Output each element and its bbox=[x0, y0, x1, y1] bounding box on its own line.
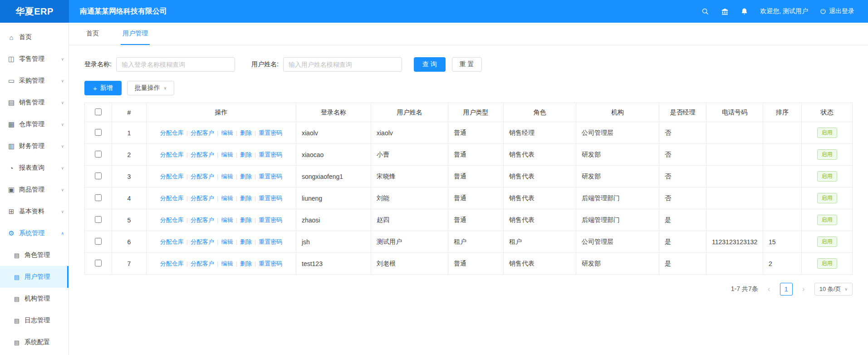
select-all-checkbox[interactable] bbox=[95, 108, 102, 115]
tab-home[interactable]: 首页 bbox=[84, 23, 101, 45]
chevron-down-icon: ∨ bbox=[61, 57, 64, 61]
search-icon[interactable] bbox=[701, 8, 709, 15]
edit-link[interactable]: 编辑 bbox=[221, 238, 233, 245]
sidebar-item-goods[interactable]: ▣商品管理∨ bbox=[0, 179, 69, 201]
pagination-prev-button[interactable]: ‹ bbox=[763, 283, 775, 296]
action-separator: | bbox=[236, 260, 237, 267]
assign-customer-link[interactable]: 分配客户 bbox=[191, 173, 214, 180]
row-checkbox[interactable] bbox=[95, 260, 102, 266]
sidebar-subitem-log[interactable]: ▤日志管理 bbox=[0, 310, 69, 331]
assign-warehouse-link[interactable]: 分配仓库 bbox=[160, 151, 184, 158]
edit-link[interactable]: 编辑 bbox=[221, 260, 233, 267]
organization-icon[interactable] bbox=[721, 8, 729, 15]
sidebar-subitem-config[interactable]: ▤系统配置 bbox=[0, 331, 69, 353]
assign-customer-link[interactable]: 分配客户 bbox=[191, 260, 214, 267]
reset-password-link[interactable]: 重置密码 bbox=[259, 238, 282, 245]
delete-link[interactable]: 删除 bbox=[240, 173, 252, 180]
cell-phone bbox=[706, 209, 763, 231]
sidebar-item-system[interactable]: ⚙系统管理∧ bbox=[0, 222, 69, 244]
edit-link[interactable]: 编辑 bbox=[221, 173, 233, 180]
row-number: 6 bbox=[112, 231, 147, 253]
column-header: 排序 bbox=[763, 103, 802, 122]
assign-customer-link[interactable]: 分配客户 bbox=[191, 129, 214, 136]
assign-customer-link[interactable]: 分配客户 bbox=[191, 195, 214, 202]
reset-password-link[interactable]: 重置密码 bbox=[259, 217, 282, 223]
assign-customer-link[interactable]: 分配客户 bbox=[191, 217, 214, 223]
batch-actions-button[interactable]: 批量操作 ∨ bbox=[127, 81, 175, 95]
action-separator: | bbox=[186, 260, 188, 267]
sidebar-item-report[interactable]: ◔报表查询∨ bbox=[0, 157, 69, 179]
action-separator: | bbox=[236, 129, 237, 136]
pagination-next-button[interactable]: › bbox=[797, 283, 810, 296]
delete-link[interactable]: 删除 bbox=[240, 260, 252, 267]
assign-customer-link[interactable]: 分配客户 bbox=[191, 151, 214, 158]
assign-warehouse-link[interactable]: 分配仓库 bbox=[160, 173, 184, 180]
chevron-down-icon: ∨ bbox=[844, 287, 848, 291]
query-button[interactable]: 查 询 bbox=[414, 57, 446, 72]
delete-link[interactable]: 删除 bbox=[240, 238, 252, 245]
edit-link[interactable]: 编辑 bbox=[221, 195, 233, 202]
row-actions: 分配仓库|分配客户|编辑|删除|重置密码 bbox=[147, 166, 296, 187]
delete-link[interactable]: 删除 bbox=[240, 151, 252, 158]
assign-customer-link[interactable]: 分配客户 bbox=[191, 238, 214, 245]
sidebar-subitem-org[interactable]: ▤机构管理 bbox=[0, 288, 69, 310]
edit-link[interactable]: 编辑 bbox=[221, 129, 233, 136]
sidebar-item-warehouse[interactable]: ▦仓库管理∨ bbox=[0, 113, 69, 135]
reset-password-link[interactable]: 重置密码 bbox=[259, 129, 282, 136]
assign-warehouse-link[interactable]: 分配仓库 bbox=[160, 260, 184, 267]
assign-warehouse-link[interactable]: 分配仓库 bbox=[160, 238, 184, 245]
reset-button[interactable]: 重 置 bbox=[452, 57, 482, 72]
pagination-page-1[interactable]: 1 bbox=[780, 283, 793, 296]
status-badge[interactable]: 启用 bbox=[817, 128, 837, 138]
delete-link[interactable]: 删除 bbox=[240, 129, 252, 136]
cell-type: 普通 bbox=[448, 144, 504, 166]
cell-phone bbox=[706, 187, 763, 209]
sidebar-item-sales[interactable]: ▤销售管理∨ bbox=[0, 92, 69, 113]
row-checkbox[interactable] bbox=[95, 194, 102, 201]
cell-type: 普通 bbox=[448, 166, 504, 187]
delete-link[interactable]: 删除 bbox=[240, 217, 252, 223]
cell-manager: 否 bbox=[659, 122, 706, 144]
delete-link[interactable]: 删除 bbox=[240, 195, 252, 202]
sidebar-item-label: 采购管理 bbox=[19, 77, 44, 85]
row-checkbox[interactable] bbox=[95, 173, 102, 179]
edit-link[interactable]: 编辑 bbox=[221, 217, 233, 223]
assign-warehouse-link[interactable]: 分配仓库 bbox=[160, 129, 184, 136]
sidebar-subitem-role[interactable]: ▤角色管理 bbox=[0, 244, 69, 266]
reset-password-link[interactable]: 重置密码 bbox=[259, 151, 282, 158]
status-badge[interactable]: 启用 bbox=[817, 149, 837, 160]
reset-password-link[interactable]: 重置密码 bbox=[259, 260, 282, 267]
row-checkbox[interactable] bbox=[95, 216, 102, 223]
status-badge[interactable]: 启用 bbox=[817, 237, 837, 247]
assign-warehouse-link[interactable]: 分配仓库 bbox=[160, 195, 184, 202]
user-name-input[interactable] bbox=[283, 57, 402, 72]
status-badge[interactable]: 启用 bbox=[817, 193, 837, 204]
sidebar-item-home[interactable]: ⌂首页 bbox=[0, 26, 69, 48]
edit-link[interactable]: 编辑 bbox=[221, 151, 233, 158]
chevron-down-icon: ∨ bbox=[164, 86, 167, 90]
sidebar-item-purchase[interactable]: ▭采购管理∨ bbox=[0, 70, 69, 92]
action-separator: | bbox=[236, 238, 237, 245]
row-checkbox[interactable] bbox=[95, 151, 102, 158]
status-badge[interactable]: 启用 bbox=[817, 215, 837, 226]
sidebar-item-finance[interactable]: ▥财务管理∨ bbox=[0, 135, 69, 157]
status-badge[interactable]: 启用 bbox=[817, 258, 837, 269]
retail-icon: ◫ bbox=[7, 55, 15, 63]
add-button[interactable]: + 新增 bbox=[84, 81, 122, 95]
tab-user-management[interactable]: 用户管理 bbox=[121, 23, 150, 45]
reset-password-link[interactable]: 重置密码 bbox=[259, 173, 282, 180]
cell-org: 后端管理部门 bbox=[576, 187, 659, 209]
reset-password-link[interactable]: 重置密码 bbox=[259, 195, 282, 202]
row-checkbox[interactable] bbox=[95, 129, 102, 136]
sidebar-item-basic[interactable]: ⊞基本资料∨ bbox=[0, 201, 69, 222]
status-badge[interactable]: 启用 bbox=[817, 171, 837, 182]
login-name-input[interactable] bbox=[116, 57, 235, 72]
logout-button[interactable]: 退出登录 bbox=[820, 7, 854, 15]
row-checkbox[interactable] bbox=[95, 238, 102, 245]
page-size-select[interactable]: 10 条/页 ∨ bbox=[814, 283, 853, 296]
assign-warehouse-link[interactable]: 分配仓库 bbox=[160, 217, 184, 223]
document-icon: ▤ bbox=[13, 252, 21, 259]
bell-icon[interactable] bbox=[740, 8, 748, 15]
sidebar-item-retail[interactable]: ◫零售管理∨ bbox=[0, 48, 69, 70]
sidebar-subitem-user[interactable]: ▤用户管理 bbox=[0, 266, 69, 288]
